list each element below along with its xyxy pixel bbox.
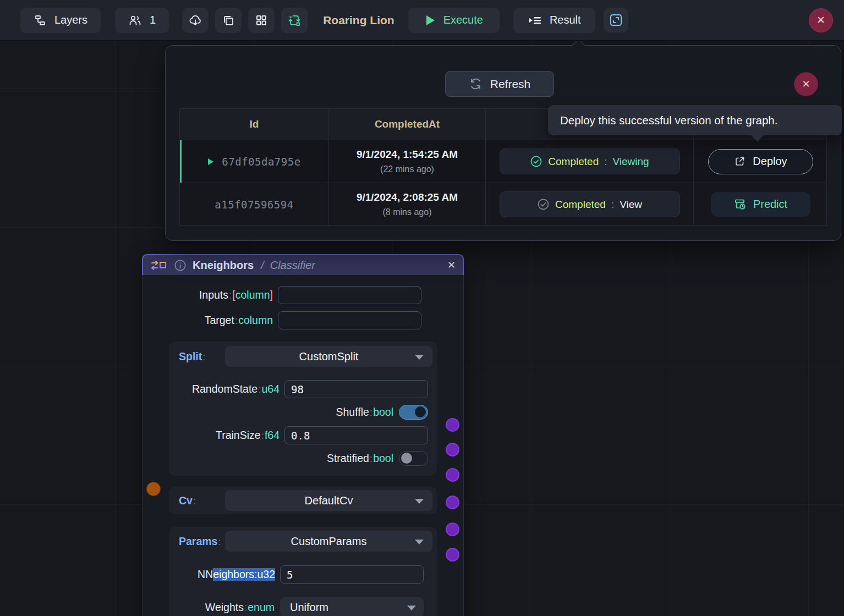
completed-at: 9/1/2024, 1:54:25 AM	[357, 148, 458, 161]
close-icon: ✕	[816, 14, 825, 26]
collaborators-button[interactable]: 1	[115, 8, 169, 33]
play-icon	[425, 14, 436, 26]
completed-ago: (8 mins ago)	[383, 207, 432, 217]
random-state-label: RandomState	[192, 383, 257, 395]
node-header[interactable]: Kneighbors / Classifier ✕	[142, 254, 464, 275]
train-size-label: TrainSize	[216, 429, 261, 442]
chevron-down-icon	[415, 540, 424, 544]
cv-select[interactable]: DefaultCv	[225, 490, 432, 511]
inputs-input[interactable]	[278, 286, 421, 304]
predict-button[interactable]: Predict	[711, 192, 810, 217]
toggle-knob	[415, 406, 426, 417]
chevron-down-icon	[407, 606, 416, 610]
collaborators-count: 1	[150, 14, 156, 26]
node-panel-kneighbors: Kneighbors / Classifier ✕ Inputs:[column…	[142, 254, 464, 616]
copy-button[interactable]	[215, 8, 242, 33]
stratified-toggle[interactable]	[399, 451, 428, 466]
random-state-input[interactable]	[284, 380, 428, 398]
run-id: a15f07596594	[215, 199, 293, 211]
inputs-field-row: Inputs:[column]	[143, 286, 463, 304]
train-size-row: TrainSize:f64	[173, 426, 432, 444]
params-select[interactable]: CustomParams	[225, 531, 432, 552]
params-label: Params	[179, 535, 217, 547]
modal-close-button[interactable]: ✕	[794, 72, 818, 96]
node-body: Inputs:[column] Target:column Split: Cus…	[142, 275, 464, 616]
n-neighbors-input[interactable]	[280, 565, 424, 584]
shuffle-row: Shuffle:bool	[173, 405, 432, 420]
input-port-orange[interactable]	[146, 482, 161, 496]
status-label: Completed	[555, 199, 606, 211]
column-header-id: Id	[180, 109, 329, 140]
check-circle-icon	[530, 155, 542, 168]
cv-section: Cv: DefaultCv	[169, 487, 437, 514]
cv-label: Cv	[179, 494, 193, 507]
weights-select[interactable]: Uniform	[280, 597, 424, 616]
node-title: Kneighbors	[193, 259, 254, 272]
output-port-purple[interactable]	[446, 443, 459, 457]
split-select[interactable]: CustomSplit	[225, 346, 432, 367]
table-row[interactable]: a15f07596594 9/1/2024, 2:08:25 AM (8 min…	[180, 183, 826, 226]
stratified-row: Stratified:bool	[173, 451, 432, 466]
chevron-down-icon	[415, 499, 424, 504]
output-port-purple[interactable]	[446, 418, 459, 432]
n-neighbors-row: NNeighbors:u32	[173, 565, 432, 584]
fullscreen-button[interactable]	[604, 8, 628, 32]
toolbar-close-button[interactable]: ✕	[809, 8, 833, 32]
cloud-download-button[interactable]	[182, 8, 209, 33]
split-section: Split: CustomSplit RandomState:u64 Shuff…	[169, 342, 437, 476]
copy-icon	[222, 14, 235, 27]
inputs-label: Inputs	[199, 289, 228, 301]
check-circle-icon	[537, 198, 550, 211]
column-header-completed-at: CompletedAt	[329, 109, 486, 140]
runs-modal: Refresh ✕ Id CompletedAt Status Actions …	[165, 45, 841, 241]
info-icon[interactable]	[174, 259, 187, 272]
toolbar: Layers 1	[0, 0, 844, 41]
refresh-button[interactable]: Refresh	[445, 71, 554, 97]
n-neighbors-label-selected-text: eighbors:u32	[213, 568, 275, 581]
output-port-purple[interactable]	[446, 522, 459, 536]
layers-button[interactable]: Layers	[20, 8, 101, 33]
layers-label: Layers	[54, 14, 87, 26]
split-label: Split	[179, 350, 202, 362]
result-button[interactable]: Result	[513, 8, 595, 33]
grid-icon	[255, 14, 268, 27]
deploy-label: Deploy	[753, 155, 787, 168]
sync-cycle-icon	[287, 13, 302, 28]
status-value: Viewing	[612, 156, 649, 168]
shuffle-toggle[interactable]	[399, 405, 428, 420]
grid-view-button[interactable]	[248, 8, 275, 33]
table-row[interactable]: 67df05da795e 9/1/2024, 1:54:25 AM (22 mi…	[180, 140, 826, 183]
users-icon	[128, 14, 142, 27]
train-size-input[interactable]	[284, 426, 428, 444]
n-neighbors-label: NN	[198, 568, 213, 581]
refresh-icon	[469, 77, 483, 91]
output-port-purple[interactable]	[446, 548, 459, 562]
swap-link-icon	[150, 258, 168, 272]
output-port-purple[interactable]	[446, 468, 459, 482]
selected-row-indicator	[180, 140, 182, 183]
weights-row: Weights:enum Uniform	[173, 597, 432, 616]
close-icon: ✕	[802, 78, 810, 90]
output-port-purple[interactable]	[446, 496, 459, 509]
predict-label: Predict	[753, 198, 787, 211]
node-subtitle: Classifier	[270, 259, 315, 272]
target-label: Target	[205, 314, 234, 327]
execute-label: Execute	[443, 14, 483, 26]
auto-layout-button[interactable]	[281, 8, 308, 33]
toggle-knob	[401, 453, 412, 464]
execute-button[interactable]: Execute	[408, 8, 500, 33]
weights-label: Weights	[205, 601, 244, 614]
random-state-row: RandomState:u64	[173, 380, 432, 398]
expand-row-icon[interactable]	[207, 158, 214, 166]
refresh-label: Refresh	[490, 78, 531, 91]
status-value: View	[620, 199, 642, 211]
deploy-button[interactable]: Deploy	[708, 149, 813, 174]
node-close-button[interactable]: ✕	[447, 259, 456, 271]
status-label: Completed	[548, 156, 599, 168]
result-list-icon	[528, 14, 542, 27]
result-label: Result	[550, 14, 581, 26]
close-icon: ✕	[447, 260, 456, 271]
graph-canvas[interactable]: Layers 1	[0, 0, 844, 616]
target-input[interactable]	[278, 311, 421, 329]
expand-icon	[609, 13, 623, 28]
